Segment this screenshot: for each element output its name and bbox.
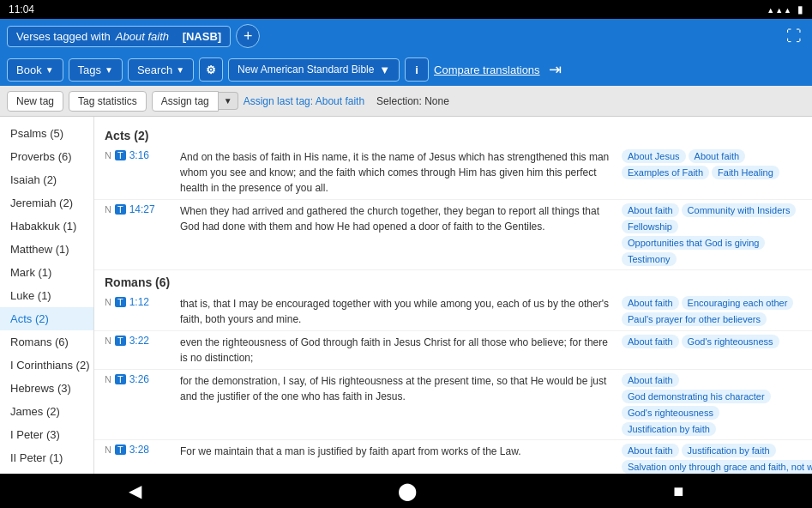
t-marker: T xyxy=(115,444,126,455)
tag-chip[interactable]: Faith Healing xyxy=(712,166,779,179)
verse-text: for the demonstration, I say, of His rig… xyxy=(180,373,615,404)
tag-chip[interactable]: God's righteousness xyxy=(622,406,719,420)
n-marker: N xyxy=(105,444,111,455)
assign-last-tag-label: Assign last tag: About faith xyxy=(244,95,364,107)
search-dropdown[interactable]: Search ▼ xyxy=(128,58,194,82)
table-row[interactable]: NT1:12that is, that I may be encouraged … xyxy=(94,293,812,331)
t-marker: T xyxy=(115,374,126,384)
tag-chip[interactable]: About faith xyxy=(689,149,746,163)
tag-chip[interactable]: About faith xyxy=(622,335,679,348)
verse-number: 3:16 xyxy=(129,149,149,161)
sidebar-item[interactable]: I Corinthians (2) xyxy=(0,354,93,377)
tag-chip[interactable]: Fellowship xyxy=(622,220,678,233)
tags-dropdown[interactable]: Tags ▼ xyxy=(69,58,123,82)
sidebar-item[interactable]: Romans (6) xyxy=(0,330,93,354)
sidebar-item[interactable]: Habakkuk (1) xyxy=(0,215,93,238)
verse-ref: NT14:27 xyxy=(105,203,173,215)
verse-tags: About faithGod demonstrating his charact… xyxy=(622,373,802,436)
tag-chip[interactable]: Opportunities that God is giving xyxy=(622,236,765,250)
second-toolbar: Book ▼ Tags ▼ Search ▼ ⚙ New American St… xyxy=(0,53,812,86)
sidebar-item[interactable]: Isaiah (2) xyxy=(0,168,93,191)
table-row[interactable]: NT14:27When they had arrived and gathere… xyxy=(94,200,812,270)
bottom-nav: ◀ ⬤ ■ xyxy=(0,474,812,508)
share-button[interactable]: ⇥ xyxy=(545,57,565,82)
assign-last-tag-button[interactable]: Assign last tag: About faith xyxy=(244,95,364,107)
verse-text: And on the basis of faith in His name, i… xyxy=(180,149,615,196)
settings-button[interactable]: ⚙ xyxy=(199,57,223,82)
compare-translations-button[interactable]: Compare translations xyxy=(434,64,540,76)
verse-ref: NT3:22 xyxy=(105,335,173,347)
table-row[interactable]: NT3:22even the righteousness of God thro… xyxy=(94,331,812,370)
verse-number: 14:27 xyxy=(129,203,155,215)
tag-label-prefix: Verses tagged with xyxy=(16,30,111,43)
tag-chip[interactable]: Encouraging each other xyxy=(682,296,794,310)
assign-tag-button[interactable]: Assign tag xyxy=(152,91,219,112)
n-marker: N xyxy=(105,374,111,384)
tag-label-button[interactable]: Verses tagged with About faith [NASB] xyxy=(7,26,231,47)
table-row[interactable]: NT3:16And on the basis of faith in His n… xyxy=(94,146,812,200)
fullscreen-button[interactable]: ⛶ xyxy=(783,24,805,49)
t-marker: T xyxy=(115,336,126,346)
table-row[interactable]: NT3:26for the demonstration, I say, of H… xyxy=(94,370,812,440)
tag-chip[interactable]: About faith xyxy=(622,444,679,457)
n-marker: N xyxy=(105,204,111,215)
table-row[interactable]: NT3:28For we maintain that a man is just… xyxy=(94,440,812,474)
tag-about-faith: About faith xyxy=(116,30,169,43)
tag-chip[interactable]: Community with Insiders xyxy=(682,203,797,217)
third-toolbar: New tag Tag statistics Assign tag ▼ Assi… xyxy=(0,86,812,117)
translation-dropdown[interactable]: New American Standard Bible ▼ xyxy=(228,58,400,82)
tag-chip[interactable]: About faith xyxy=(622,296,679,310)
sidebar-item[interactable]: Proverbs (6) xyxy=(0,145,93,168)
sidebar-item[interactable]: I Peter (3) xyxy=(0,423,93,446)
tag-chip[interactable]: About Jesus xyxy=(622,149,686,163)
sidebar-item[interactable]: Jeremiah (2) xyxy=(0,191,93,215)
verse-tags: About faithEncouraging each otherPaul's … xyxy=(622,296,802,326)
tag-chip[interactable]: Examples of Faith xyxy=(622,166,709,179)
verse-number: 1:12 xyxy=(129,296,149,308)
t-marker: T xyxy=(115,204,126,215)
add-tag-button[interactable]: + xyxy=(236,24,260,48)
tag-chip[interactable]: About faith xyxy=(622,373,679,387)
n-marker: N xyxy=(105,297,111,307)
sidebar-item[interactable]: Matthew (1) xyxy=(0,238,93,261)
book-chevron-icon: ▼ xyxy=(45,65,54,75)
new-tag-button[interactable]: New tag xyxy=(7,91,63,112)
verse-tags: About faithGod's righteousness xyxy=(622,335,802,348)
t-marker: T xyxy=(115,297,126,307)
tag-chip[interactable]: God's righteousness xyxy=(682,335,779,348)
n-marker: N xyxy=(105,336,111,346)
verse-number: 3:22 xyxy=(129,335,149,347)
sidebar-item[interactable]: Psalms (5) xyxy=(0,122,93,145)
section-header: Romans (6) xyxy=(94,270,812,293)
tags-chevron-icon: ▼ xyxy=(105,65,113,75)
sidebar-item[interactable]: Acts (2) xyxy=(0,307,93,330)
info-button[interactable]: i xyxy=(405,57,429,82)
home-button[interactable]: ⬤ xyxy=(381,477,434,505)
status-time: 11:04 xyxy=(9,3,34,15)
tag-chip[interactable]: Paul's prayer for other believers xyxy=(622,312,767,326)
sidebar: Psalms (5)Proverbs (6)Isaiah (2)Jeremiah… xyxy=(0,117,94,474)
recent-button[interactable]: ■ xyxy=(656,478,701,505)
sidebar-item[interactable]: II Peter (1) xyxy=(0,446,93,469)
book-dropdown[interactable]: Book ▼ xyxy=(7,58,63,82)
tag-chip[interactable]: Salvation only through grace and faith, … xyxy=(622,460,812,474)
sidebar-item[interactable]: James (2) xyxy=(0,400,93,423)
verse-text: For we maintain that a man is justified … xyxy=(180,444,615,459)
search-chevron-icon: ▼ xyxy=(176,65,184,75)
sidebar-item[interactable]: Luke (1) xyxy=(0,284,93,307)
main-content: Psalms (5)Proverbs (6)Isaiah (2)Jeremiah… xyxy=(0,117,812,474)
sidebar-item[interactable]: Hebrews (3) xyxy=(0,377,93,400)
verse-ref: NT3:28 xyxy=(105,444,173,456)
tag-chip[interactable]: Testimony xyxy=(622,252,677,266)
tag-chip[interactable]: About faith xyxy=(622,203,679,217)
tag-chip[interactable]: Justification by faith xyxy=(622,422,716,436)
t-marker: T xyxy=(115,150,126,160)
tag-chip[interactable]: God demonstrating his character xyxy=(622,390,771,403)
tag-chip[interactable]: Justification by faith xyxy=(682,444,776,457)
back-button[interactable]: ◀ xyxy=(111,477,159,505)
assign-tag-chevron-button[interactable]: ▼ xyxy=(219,92,238,110)
sidebar-item[interactable]: Mark (1) xyxy=(0,261,93,284)
tag-nasb: [NASB] xyxy=(183,30,222,43)
tag-statistics-button[interactable]: Tag statistics xyxy=(69,91,147,112)
verse-ref: NT3:26 xyxy=(105,373,173,385)
